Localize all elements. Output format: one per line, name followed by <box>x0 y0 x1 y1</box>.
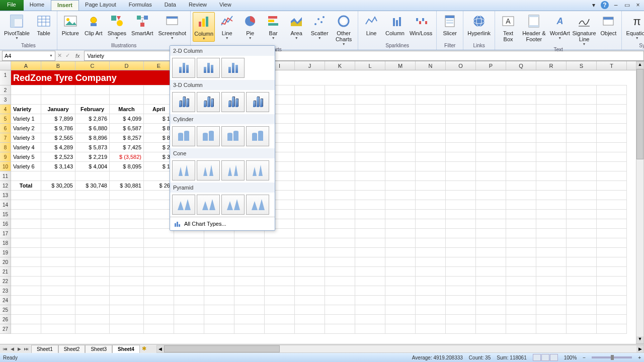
cell[interactable] <box>416 171 446 181</box>
chart-option[interactable] <box>172 126 195 146</box>
cell[interactable] <box>536 114 567 124</box>
cell[interactable] <box>75 229 110 238</box>
cell[interactable] <box>385 267 416 277</box>
cell[interactable] <box>75 210 110 219</box>
spLine-button[interactable]: Line <box>360 12 382 37</box>
cell[interactable] <box>597 162 627 171</box>
col-header-L[interactable]: L <box>355 61 385 70</box>
cell[interactable] <box>295 238 325 248</box>
cell[interactable]: Total <box>11 181 41 191</box>
cell[interactable] <box>174 248 204 257</box>
cell[interactable] <box>110 324 144 334</box>
cell[interactable] <box>325 267 355 277</box>
cell[interactable] <box>144 315 174 324</box>
view-buttons[interactable] <box>533 354 558 361</box>
cell[interactable] <box>110 305 144 315</box>
cell[interactable] <box>110 267 144 277</box>
cell[interactable] <box>355 210 385 219</box>
cell[interactable] <box>11 171 41 181</box>
cell[interactable] <box>75 305 110 315</box>
cell[interactable] <box>506 143 536 152</box>
cell[interactable] <box>506 171 536 181</box>
chart-option[interactable] <box>221 195 245 215</box>
slicer-button[interactable]: Slicer <box>439 12 461 37</box>
chart-option[interactable] <box>197 195 220 215</box>
cell[interactable] <box>416 248 446 257</box>
title-cell[interactable]: RedZone Tyre Company <box>11 70 174 85</box>
cell[interactable] <box>174 267 204 277</box>
cell[interactable] <box>506 124 536 133</box>
cell[interactable] <box>325 95 355 105</box>
cell[interactable]: $ 7,425 <box>110 143 144 152</box>
cell[interactable] <box>446 305 476 315</box>
cell[interactable] <box>416 267 446 277</box>
column-button[interactable]: Column▼ <box>193 12 215 42</box>
cell[interactable] <box>295 200 325 210</box>
cell[interactable] <box>567 238 597 248</box>
cell[interactable] <box>385 277 416 286</box>
cell[interactable] <box>144 267 174 277</box>
chart-option[interactable] <box>246 126 269 146</box>
cell[interactable] <box>204 296 234 305</box>
cell[interactable] <box>506 114 536 124</box>
spColumn-button[interactable]: Column <box>383 12 407 37</box>
cell[interactable] <box>325 85 355 95</box>
cell[interactable]: $ 2,565 <box>41 133 75 143</box>
chart-option[interactable] <box>246 92 269 112</box>
window-restore-icon[interactable]: ▭ <box>623 1 631 9</box>
page-layout-view-icon[interactable] <box>541 354 549 361</box>
cell[interactable] <box>416 124 446 133</box>
cell[interactable] <box>567 70 597 85</box>
cell[interactable] <box>536 277 567 286</box>
cell[interactable] <box>536 219 567 229</box>
cell[interactable] <box>476 257 506 267</box>
cell[interactable] <box>506 105 536 114</box>
cell[interactable] <box>597 191 627 200</box>
cell[interactable] <box>75 296 110 305</box>
cell[interactable] <box>476 200 506 210</box>
cell[interactable] <box>597 267 627 277</box>
cell[interactable] <box>234 286 265 296</box>
chart-option[interactable] <box>221 126 245 146</box>
cell[interactable] <box>416 133 446 143</box>
cell[interactable] <box>265 296 295 305</box>
cell[interactable] <box>144 277 174 286</box>
row-header[interactable]: 15 <box>0 210 11 219</box>
cell[interactable] <box>476 191 506 200</box>
cell[interactable] <box>144 296 174 305</box>
cell[interactable] <box>295 219 325 229</box>
cell[interactable] <box>355 238 385 248</box>
cell[interactable] <box>446 324 476 334</box>
cell[interactable]: Variety 3 <box>11 133 41 143</box>
cell[interactable] <box>11 200 41 210</box>
cell[interactable] <box>476 248 506 257</box>
cell[interactable] <box>476 124 506 133</box>
cell[interactable] <box>597 324 627 334</box>
cell[interactable] <box>446 152 476 162</box>
cell[interactable] <box>355 229 385 238</box>
cell[interactable] <box>536 229 567 238</box>
cell[interactable]: $ 30,748 <box>75 181 110 191</box>
cell[interactable] <box>416 143 446 152</box>
cell[interactable]: $ 6,587 <box>110 124 144 133</box>
cell[interactable] <box>597 219 627 229</box>
cell[interactable]: $ 7,899 <box>41 114 75 124</box>
cell[interactable] <box>567 181 597 191</box>
cell[interactable] <box>325 191 355 200</box>
cell[interactable] <box>416 70 446 85</box>
cell[interactable] <box>295 257 325 267</box>
cell[interactable] <box>567 191 597 200</box>
cell[interactable] <box>234 296 265 305</box>
cell[interactable] <box>41 324 75 334</box>
cell[interactable] <box>234 324 265 334</box>
cell[interactable] <box>355 324 385 334</box>
cell[interactable] <box>416 238 446 248</box>
tab-view[interactable]: View <box>213 0 238 11</box>
cell[interactable] <box>11 315 41 324</box>
row-header[interactable]: 6 <box>0 124 11 133</box>
cell[interactable] <box>597 248 627 257</box>
cell[interactable] <box>506 162 536 171</box>
cell[interactable] <box>446 85 476 95</box>
cell[interactable] <box>325 105 355 114</box>
cell[interactable] <box>355 200 385 210</box>
